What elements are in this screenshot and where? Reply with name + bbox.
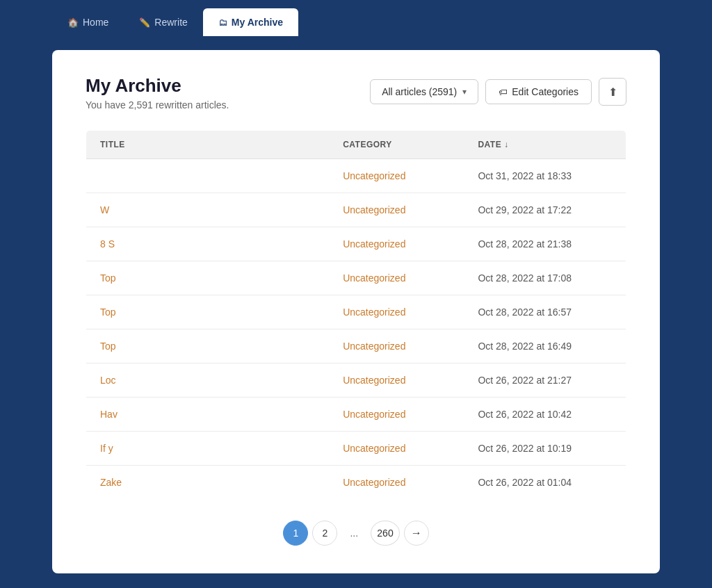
page-title-block: My Archive You have 2,591 rewritten arti… [86, 75, 229, 111]
col-header-date: DATE ↓ [464, 131, 626, 159]
table-row: TopUncategorizedOct 28, 2022 at 16:49 [86, 329, 626, 364]
cell-title[interactable]: Top [86, 329, 330, 364]
table-row: TopUncategorizedOct 28, 2022 at 17:08 [86, 261, 626, 295]
cell-date: Oct 26, 2022 at 10:42 [464, 398, 626, 432]
tab-rewrite[interactable]: ✏️ Rewrite [124, 8, 202, 36]
tab-rewrite-label: Rewrite [154, 17, 187, 28]
chevron-down-icon: ▾ [462, 87, 467, 97]
cell-date: Oct 28, 2022 at 21:38 [464, 227, 626, 261]
cell-title[interactable]: 8 S [86, 227, 330, 261]
table-row: TopUncategorizedOct 28, 2022 at 16:57 [86, 295, 626, 329]
main-wrapper: My Archive You have 2,591 rewritten arti… [0, 36, 712, 587]
rewrite-icon: ✏️ [139, 17, 150, 28]
cell-date: Oct 28, 2022 at 17:08 [464, 261, 626, 295]
cell-title[interactable]: If y [86, 432, 330, 466]
cell-category: Uncategorized [329, 398, 464, 432]
col-header-category: CATEGORY [329, 131, 464, 159]
cell-title[interactable]: Zake [86, 466, 330, 500]
table-row: If yUncategorizedOct 26, 2022 at 10:19 [86, 432, 626, 466]
cell-date: Oct 26, 2022 at 10:19 [464, 432, 626, 466]
archive-icon: 🗂 [218, 17, 227, 28]
cell-date: Oct 28, 2022 at 16:49 [464, 329, 626, 364]
cell-category: Uncategorized [329, 432, 464, 466]
filter-dropdown[interactable]: All articles (2591) ▾ [370, 79, 478, 104]
page-btn-2[interactable]: 2 [312, 521, 337, 546]
content-card: My Archive You have 2,591 rewritten arti… [52, 50, 660, 573]
tab-archive-label: My Archive [232, 17, 283, 28]
cell-date: Oct 28, 2022 at 16:57 [464, 295, 626, 329]
table-row: LocUncategorizedOct 26, 2022 at 21:27 [86, 364, 626, 398]
tag-icon: 🏷 [499, 87, 508, 97]
table-row: WUncategorizedOct 29, 2022 at 17:22 [86, 193, 626, 227]
nav-bar: 🏠 Home ✏️ Rewrite 🗂 My Archive [0, 0, 712, 36]
cell-title[interactable]: W [86, 193, 330, 227]
cell-category: Uncategorized [329, 261, 464, 295]
table-row: HavUncategorizedOct 26, 2022 at 10:42 [86, 398, 626, 432]
cell-title[interactable]: Hav [86, 398, 330, 432]
next-page-button[interactable]: → [404, 521, 429, 546]
page-ellipsis: ... [341, 521, 366, 546]
cell-category: Uncategorized [329, 295, 464, 329]
cell-category: Uncategorized [329, 159, 464, 193]
page-btn-1[interactable]: 1 [283, 521, 308, 546]
cell-title[interactable]: Top [86, 295, 330, 329]
page-header: My Archive You have 2,591 rewritten arti… [86, 75, 626, 111]
home-icon: 🏠 [67, 17, 79, 28]
upload-icon: ⬆ [608, 85, 617, 99]
cell-date: Oct 31, 2022 at 18:33 [464, 159, 626, 193]
table-row: 8 SUncategorizedOct 28, 2022 at 21:38 [86, 227, 626, 261]
pagination: 1 2 ... 260 → [86, 521, 626, 546]
tab-archive[interactable]: 🗂 My Archive [203, 8, 298, 36]
tab-home-label: Home [83, 17, 108, 28]
header-actions: All articles (2591) ▾ 🏷 Edit Categories … [370, 78, 626, 106]
edit-categories-button[interactable]: 🏷 Edit Categories [485, 79, 592, 104]
table-body: UncategorizedOct 31, 2022 at 18:33WUncat… [86, 159, 626, 500]
cell-date: Oct 26, 2022 at 01:04 [464, 466, 626, 500]
cell-category: Uncategorized [329, 364, 464, 398]
cell-date: Oct 29, 2022 at 17:22 [464, 193, 626, 227]
table-header: TITLE CATEGORY DATE ↓ [86, 131, 626, 159]
cell-category: Uncategorized [329, 466, 464, 500]
page-btn-last[interactable]: 260 [371, 521, 399, 546]
cell-category: Uncategorized [329, 193, 464, 227]
upload-button[interactable]: ⬆ [599, 78, 626, 106]
col-header-title: TITLE [86, 131, 330, 159]
cell-title[interactable]: Top [86, 261, 330, 295]
tab-home[interactable]: 🏠 Home [52, 8, 124, 36]
cell-title[interactable]: Loc [86, 364, 330, 398]
page-subtitle: You have 2,591 rewritten articles. [86, 99, 229, 111]
filter-dropdown-label: All articles (2591) [382, 86, 457, 97]
cell-category: Uncategorized [329, 227, 464, 261]
cell-title[interactable] [86, 159, 330, 193]
page-title: My Archive [86, 75, 229, 97]
table-row: UncategorizedOct 31, 2022 at 18:33 [86, 159, 626, 193]
edit-categories-label: Edit Categories [512, 86, 578, 97]
cell-category: Uncategorized [329, 329, 464, 364]
articles-table: TITLE CATEGORY DATE ↓ UncategorizedOct 3… [86, 130, 626, 500]
cell-date: Oct 26, 2022 at 21:27 [464, 364, 626, 398]
table-row: ZakeUncategorizedOct 26, 2022 at 01:04 [86, 466, 626, 500]
